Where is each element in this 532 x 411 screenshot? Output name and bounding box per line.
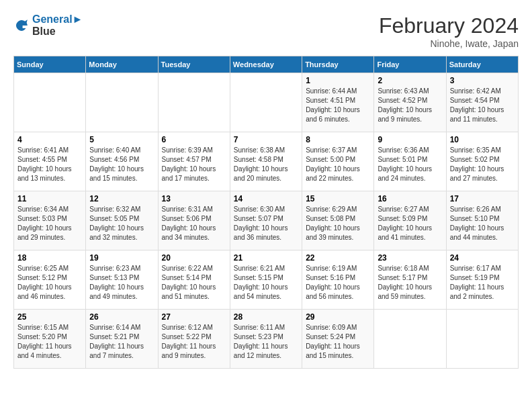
day-info: Sunrise: 6:14 AM Sunset: 5:21 PM Dayligh… [89, 323, 154, 361]
day-info: Sunrise: 6:35 AM Sunset: 5:02 PM Dayligh… [450, 146, 515, 183]
day-number: 20 [162, 253, 226, 263]
location-subtitle: Ninohe, Iwate, Japan [379, 38, 519, 49]
day-number: 24 [450, 253, 515, 263]
calendar-cell [158, 73, 230, 132]
day-number: 6 [162, 135, 226, 144]
calendar-cell: 18Sunrise: 6:25 AM Sunset: 5:12 PM Dayli… [14, 250, 86, 310]
calendar-cell: 17Sunrise: 6:26 AM Sunset: 5:10 PM Dayli… [446, 191, 518, 250]
day-info: Sunrise: 6:19 AM Sunset: 5:16 PM Dayligh… [306, 264, 370, 302]
calendar-cell: 23Sunrise: 6:18 AM Sunset: 5:17 PM Dayli… [374, 250, 446, 310]
day-info: Sunrise: 6:22 AM Sunset: 5:14 PM Dayligh… [162, 264, 226, 302]
day-info: Sunrise: 6:25 AM Sunset: 5:12 PM Dayligh… [17, 264, 82, 302]
calendar-cell: 27Sunrise: 6:12 AM Sunset: 5:22 PM Dayli… [158, 310, 230, 369]
calendar-cell: 29Sunrise: 6:09 AM Sunset: 5:24 PM Dayli… [302, 310, 374, 369]
weekday-header-tuesday: Tuesday [158, 56, 230, 73]
logo: General► Blue [13, 13, 83, 38]
day-info: Sunrise: 6:11 AM Sunset: 5:23 PM Dayligh… [234, 323, 298, 361]
page-header: General► Blue February 2024 Ninohe, Iwat… [13, 13, 519, 49]
logo-icon [13, 17, 30, 34]
day-number: 5 [89, 135, 154, 144]
calendar-cell: 25Sunrise: 6:15 AM Sunset: 5:20 PM Dayli… [14, 310, 86, 369]
day-number: 18 [17, 253, 82, 263]
day-info: Sunrise: 6:15 AM Sunset: 5:20 PM Dayligh… [17, 323, 82, 361]
calendar-cell: 28Sunrise: 6:11 AM Sunset: 5:23 PM Dayli… [230, 310, 302, 369]
calendar-cell: 15Sunrise: 6:29 AM Sunset: 5:08 PM Dayli… [302, 191, 374, 250]
day-number: 9 [378, 135, 442, 144]
calendar-cell: 1Sunrise: 6:44 AM Sunset: 4:51 PM Daylig… [302, 73, 374, 132]
day-number: 23 [378, 253, 442, 263]
day-number: 17 [450, 194, 515, 203]
calendar-cell: 3Sunrise: 6:42 AM Sunset: 4:54 PM Daylig… [446, 73, 518, 132]
week-row-3: 11Sunrise: 6:34 AM Sunset: 5:03 PM Dayli… [14, 191, 519, 250]
day-number: 2 [378, 76, 442, 85]
day-info: Sunrise: 6:17 AM Sunset: 5:19 PM Dayligh… [450, 264, 515, 302]
calendar-cell: 22Sunrise: 6:19 AM Sunset: 5:16 PM Dayli… [302, 250, 374, 310]
calendar-cell: 8Sunrise: 6:37 AM Sunset: 5:00 PM Daylig… [302, 132, 374, 191]
day-number: 16 [378, 194, 442, 203]
calendar-cell: 5Sunrise: 6:40 AM Sunset: 4:56 PM Daylig… [86, 132, 158, 191]
day-info: Sunrise: 6:27 AM Sunset: 5:09 PM Dayligh… [378, 205, 442, 242]
day-info: Sunrise: 6:42 AM Sunset: 4:54 PM Dayligh… [450, 87, 515, 124]
day-info: Sunrise: 6:36 AM Sunset: 5:01 PM Dayligh… [378, 146, 442, 183]
calendar-cell: 7Sunrise: 6:38 AM Sunset: 4:58 PM Daylig… [230, 132, 302, 191]
day-number: 19 [89, 253, 154, 263]
day-number: 4 [17, 135, 82, 144]
calendar-cell: 6Sunrise: 6:39 AM Sunset: 4:57 PM Daylig… [158, 132, 230, 191]
day-number: 12 [89, 194, 154, 203]
calendar-cell: 20Sunrise: 6:22 AM Sunset: 5:14 PM Dayli… [158, 250, 230, 310]
day-number: 10 [450, 135, 515, 144]
day-info: Sunrise: 6:32 AM Sunset: 5:05 PM Dayligh… [89, 205, 154, 242]
calendar-cell: 11Sunrise: 6:34 AM Sunset: 5:03 PM Dayli… [14, 191, 86, 250]
day-number: 29 [306, 312, 370, 322]
calendar-cell [374, 310, 446, 369]
day-number: 21 [234, 253, 298, 263]
calendar-cell: 24Sunrise: 6:17 AM Sunset: 5:19 PM Dayli… [446, 250, 518, 310]
day-number: 27 [162, 312, 226, 322]
month-title: February 2024 [379, 13, 519, 38]
day-info: Sunrise: 6:39 AM Sunset: 4:57 PM Dayligh… [162, 146, 226, 183]
day-number: 11 [17, 194, 82, 203]
day-info: Sunrise: 6:09 AM Sunset: 5:24 PM Dayligh… [306, 323, 370, 361]
calendar-cell: 12Sunrise: 6:32 AM Sunset: 5:05 PM Dayli… [86, 191, 158, 250]
day-number: 7 [234, 135, 298, 144]
day-info: Sunrise: 6:26 AM Sunset: 5:10 PM Dayligh… [450, 205, 515, 242]
week-row-5: 25Sunrise: 6:15 AM Sunset: 5:20 PM Dayli… [14, 310, 519, 369]
day-info: Sunrise: 6:41 AM Sunset: 4:55 PM Dayligh… [17, 146, 82, 183]
week-row-2: 4Sunrise: 6:41 AM Sunset: 4:55 PM Daylig… [14, 132, 519, 191]
title-block: February 2024 Ninohe, Iwate, Japan [379, 13, 519, 49]
weekday-header-wednesday: Wednesday [230, 56, 302, 73]
day-info: Sunrise: 6:23 AM Sunset: 5:13 PM Dayligh… [89, 264, 154, 302]
day-info: Sunrise: 6:31 AM Sunset: 5:06 PM Dayligh… [162, 205, 226, 242]
day-info: Sunrise: 6:18 AM Sunset: 5:17 PM Dayligh… [378, 264, 442, 302]
weekday-header-row: SundayMondayTuesdayWednesdayThursdayFrid… [14, 56, 519, 73]
calendar-cell: 14Sunrise: 6:30 AM Sunset: 5:07 PM Dayli… [230, 191, 302, 250]
day-info: Sunrise: 6:34 AM Sunset: 5:03 PM Dayligh… [17, 205, 82, 242]
day-info: Sunrise: 6:21 AM Sunset: 5:15 PM Dayligh… [234, 264, 298, 302]
day-number: 25 [17, 312, 82, 322]
day-info: Sunrise: 6:44 AM Sunset: 4:51 PM Dayligh… [306, 87, 370, 124]
weekday-header-saturday: Saturday [446, 56, 518, 73]
day-info: Sunrise: 6:37 AM Sunset: 5:00 PM Dayligh… [306, 146, 370, 183]
day-info: Sunrise: 6:12 AM Sunset: 5:22 PM Dayligh… [162, 323, 226, 361]
calendar-cell [86, 73, 158, 132]
day-info: Sunrise: 6:38 AM Sunset: 4:58 PM Dayligh… [234, 146, 298, 183]
weekday-header-friday: Friday [374, 56, 446, 73]
day-number: 14 [234, 194, 298, 203]
day-info: Sunrise: 6:40 AM Sunset: 4:56 PM Dayligh… [89, 146, 154, 183]
day-number: 22 [306, 253, 370, 263]
day-number: 13 [162, 194, 226, 203]
day-number: 1 [306, 76, 370, 85]
calendar-cell: 26Sunrise: 6:14 AM Sunset: 5:21 PM Dayli… [86, 310, 158, 369]
day-info: Sunrise: 6:43 AM Sunset: 4:52 PM Dayligh… [378, 87, 442, 124]
weekday-header-sunday: Sunday [14, 56, 86, 73]
calendar-cell: 9Sunrise: 6:36 AM Sunset: 5:01 PM Daylig… [374, 132, 446, 191]
calendar-cell: 13Sunrise: 6:31 AM Sunset: 5:06 PM Dayli… [158, 191, 230, 250]
calendar-cell: 21Sunrise: 6:21 AM Sunset: 5:15 PM Dayli… [230, 250, 302, 310]
calendar-cell: 2Sunrise: 6:43 AM Sunset: 4:52 PM Daylig… [374, 73, 446, 132]
day-number: 28 [234, 312, 298, 322]
week-row-4: 18Sunrise: 6:25 AM Sunset: 5:12 PM Dayli… [14, 250, 519, 310]
calendar-cell: 19Sunrise: 6:23 AM Sunset: 5:13 PM Dayli… [86, 250, 158, 310]
calendar-cell: 4Sunrise: 6:41 AM Sunset: 4:55 PM Daylig… [14, 132, 86, 191]
day-number: 26 [89, 312, 154, 322]
calendar-cell: 16Sunrise: 6:27 AM Sunset: 5:09 PM Dayli… [374, 191, 446, 250]
